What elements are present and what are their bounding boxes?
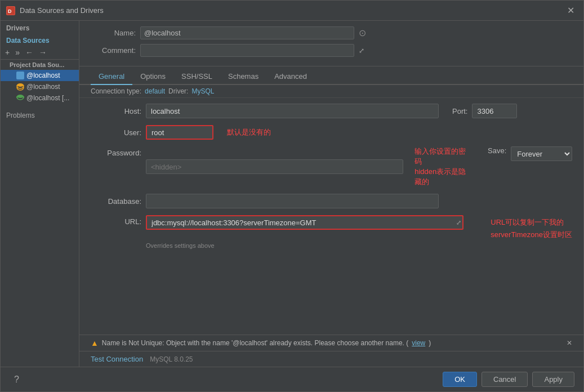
tree-item-label: @localhost: [26, 72, 60, 79]
url-annotation-block: URL可以复制一下我的 serverTimezone设置时区: [479, 217, 572, 240]
password-annotation-2: hidden表示是隐藏的: [414, 167, 472, 187]
overrides-text: Overrides settings above: [91, 242, 572, 249]
tab-options[interactable]: Options: [132, 69, 173, 85]
more-button[interactable]: »: [13, 47, 22, 58]
main-content: Drivers Data Sources + » ← → Project Dat…: [1, 21, 583, 367]
tree-item-label-2: @localhost: [26, 83, 60, 91]
url-expand-icon[interactable]: ⤢: [456, 219, 461, 226]
conn-type-value[interactable]: default: [145, 87, 165, 95]
close-button[interactable]: ✕: [564, 4, 578, 17]
footer-right: OK Cancel Apply: [443, 372, 574, 387]
warning-link[interactable]: view: [412, 339, 425, 347]
help-button[interactable]: ?: [10, 372, 24, 387]
tab-advanced[interactable]: Advanced: [266, 69, 315, 85]
dialog-window: D Data Sources and Drivers ✕ Drivers Dat…: [0, 0, 584, 392]
test-connection-link[interactable]: Test Connection: [91, 355, 143, 363]
dialog-footer: ? OK Cancel Apply: [1, 367, 583, 391]
tree-item-label-3: @localhost [...: [26, 94, 69, 102]
save-select[interactable]: Forever Until restart Never For session: [511, 146, 572, 161]
save-label: Save:: [488, 146, 506, 155]
tree-item-localhost-2[interactable]: @localhost: [1, 81, 79, 92]
left-panel: Drivers Data Sources + » ← → Project Dat…: [1, 21, 79, 367]
comment-row: Comment: ⤢: [91, 44, 572, 57]
expand-icon[interactable]: ⤢: [359, 47, 364, 55]
warning-bar: ▲ Name is Not Unique: Object with the na…: [79, 335, 583, 351]
project-label: Project Data Sou...: [10, 61, 64, 68]
tabs-bar: General Options SSH/SSL Schemas Advanced: [79, 69, 583, 85]
host-input[interactable]: [146, 104, 439, 118]
database-row: Database:: [91, 194, 572, 208]
tab-schemas[interactable]: Schemas: [220, 69, 266, 85]
port-input[interactable]: [472, 104, 517, 118]
host-label: Host:: [91, 107, 141, 115]
back-button[interactable]: ←: [23, 47, 35, 58]
password-row: Password: 输入你设置的密码 hidden表示是隐藏的 Save: Fo…: [91, 146, 572, 187]
port-label: Port:: [452, 107, 467, 115]
database-input[interactable]: [146, 194, 439, 208]
title-bar: D Data Sources and Drivers ✕: [1, 1, 583, 21]
db-icon-yellow-2: [16, 83, 24, 91]
cancel-button[interactable]: Cancel: [482, 372, 528, 387]
add-datasource-button[interactable]: +: [3, 47, 12, 58]
drivers-section[interactable]: Drivers: [1, 21, 79, 33]
password-label: Password:: [91, 146, 141, 157]
tab-general[interactable]: General: [91, 69, 132, 85]
user-input[interactable]: [146, 125, 213, 140]
test-connection-bar: Test Connection MySQL 8.0.25: [79, 351, 583, 367]
svg-text:D: D: [8, 8, 12, 14]
test-connection-version: MySQL 8.0.25: [150, 355, 193, 363]
app-icon: D: [6, 6, 15, 15]
conn-type-label: Connection type:: [91, 87, 141, 95]
url-annotation-1: URL可以复制一下我的: [491, 217, 572, 228]
problems-section: Problems: [1, 108, 79, 123]
connection-info: Connection type: default Driver: MySQL: [79, 85, 583, 98]
comment-label: Comment:: [91, 46, 136, 55]
name-circle-btn[interactable]: ⊙: [359, 28, 366, 38]
forward-button[interactable]: →: [37, 47, 49, 58]
tree-item-localhost-3[interactable]: @localhost [...: [1, 92, 79, 104]
name-label: Name:: [91, 29, 136, 37]
footer-left: ?: [10, 372, 24, 387]
comment-input[interactable]: [140, 44, 354, 57]
name-row: Name: ⊙: [91, 26, 572, 39]
url-input-wrapper: ⤢: [146, 215, 463, 230]
password-input[interactable]: [146, 159, 403, 174]
ok-button[interactable]: OK: [443, 372, 477, 387]
apply-button[interactable]: Apply: [532, 372, 574, 387]
user-label: User:: [91, 128, 141, 137]
user-annotation: 默认是没有的: [227, 127, 271, 137]
name-input[interactable]: [140, 26, 354, 39]
left-toolbar: + » ← →: [1, 46, 79, 60]
url-input[interactable]: [146, 215, 463, 230]
problems-label: Problems: [6, 112, 35, 119]
password-annotation-1: 输入你设置的密码: [414, 146, 472, 167]
url-annotation-2: serverTimezone设置时区: [491, 230, 572, 240]
driver-label: Driver:: [168, 87, 188, 95]
project-datasource-header: Project Data Sou...: [1, 60, 79, 70]
db-icon-green: [16, 94, 24, 102]
svg-point-2: [17, 83, 24, 87]
dialog-title: Data Sources and Drivers: [20, 6, 559, 15]
form-body: Host: Port: User: 默认是没有的 Password:: [79, 98, 583, 335]
form-header: Name: ⊙ Comment: ⤢: [79, 21, 583, 66]
warning-icon: ▲: [91, 338, 99, 348]
tab-ssh-ssl[interactable]: SSH/SSL: [173, 69, 220, 85]
driver-value[interactable]: MySQL: [191, 87, 214, 95]
url-row: URL: ⤢ URL可以复制一下我的 serverTimezone设置时区: [91, 215, 572, 240]
svg-point-3: [17, 95, 24, 98]
host-row: Host: Port:: [91, 104, 572, 118]
data-sources-section[interactable]: Data Sources: [1, 33, 79, 46]
database-label: Database:: [91, 197, 141, 206]
warning-text-after: ): [429, 339, 431, 347]
warning-text: Name is Not Unique: Object with the name…: [102, 339, 408, 347]
tree-item-localhost-1[interactable]: @localhost: [1, 70, 79, 81]
right-panel: Name: ⊙ Comment: ⤢ General Options SSH/S…: [79, 21, 583, 367]
db-icon-blue: [16, 72, 24, 79]
user-row: User: 默认是没有的: [91, 125, 572, 140]
url-label: URL:: [91, 215, 141, 226]
warning-close-button[interactable]: ✕: [567, 339, 572, 347]
